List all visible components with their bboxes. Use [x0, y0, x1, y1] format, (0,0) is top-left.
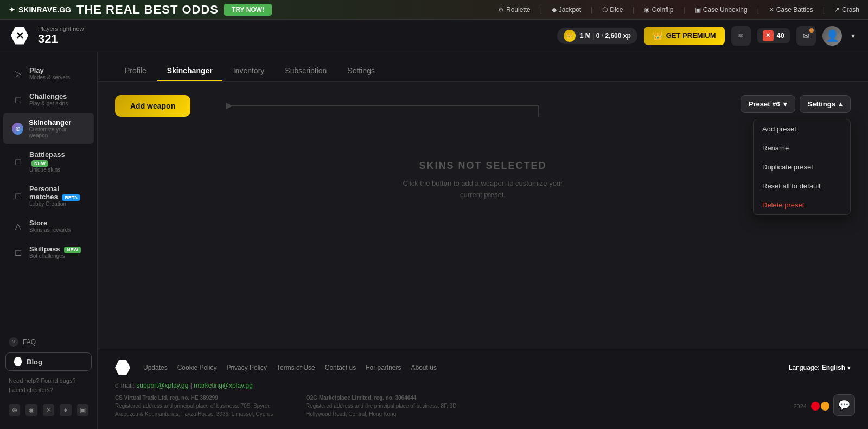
- preset-area: Preset #6 ▾ Settings ▴ Add preset Rename…: [741, 95, 851, 113]
- header-right: 👑 1 M | 0 / 2,600 xp 👑 GET PREMIUM 30 ✕ …: [557, 26, 857, 46]
- skinchanger-icon: ⊕: [12, 123, 23, 135]
- level-badge: 30: [738, 33, 743, 38]
- ad-nav: ⚙ Roulette | ◆ Jackpot | ⬡ Dice | ◉ Coin…: [498, 6, 859, 14]
- sidebar-item-skillpass[interactable]: ◻ Skillpass NEW Bot challenges: [3, 239, 94, 264]
- personal-matches-icon: ◻: [12, 190, 24, 202]
- sidebar-item-play[interactable]: ▷ Play Modes & servers: [3, 61, 94, 86]
- dropdown-reset-default[interactable]: Reset all to default: [754, 176, 850, 195]
- battlepass-icon: ◻: [12, 156, 24, 168]
- coins-value: 40: [777, 31, 784, 40]
- footer-reg1: CS Virtual Trade Ltd, reg. no. HE 389299…: [115, 394, 289, 418]
- tab-settings[interactable]: Settings: [337, 61, 385, 81]
- sidebar: ▷ Play Modes & servers ◻ Challenges Play…: [0, 52, 98, 429]
- discord-icon[interactable]: ⊕: [9, 404, 20, 416]
- header: ✕ Players right now 321 👑 1 M | 0 / 2,60…: [0, 20, 868, 52]
- x-coin-icon: ✕: [763, 30, 774, 41]
- arrow-svg: [197, 90, 577, 122]
- footer-email-support[interactable]: support@xplay.gg: [136, 382, 188, 389]
- footer-email-marketing[interactable]: marketing@xplay.gg: [194, 382, 253, 389]
- tab-skinchanger[interactable]: Skinchanger: [157, 61, 222, 81]
- faq-item[interactable]: ? FAQ: [0, 333, 97, 351]
- user-dropdown-button[interactable]: ▾: [848, 26, 857, 46]
- footer-links: Updates Cookie Policy Privacy Policy Ter…: [143, 364, 437, 371]
- sidebar-item-skinchanger[interactable]: ⊕ Skinchanger Customize your weapon: [3, 113, 94, 144]
- envelope-icon: ✉: [803, 31, 809, 40]
- tab-inventory[interactable]: Inventory: [224, 61, 275, 81]
- logo-icon: ✕: [11, 27, 28, 45]
- ad-try-button[interactable]: TRY NOW!: [224, 4, 272, 16]
- preset-button[interactable]: Preset #6 ▾: [741, 95, 795, 113]
- xp-bar: 👑 1 M | 0 / 2,600 xp: [557, 28, 637, 44]
- players-info: Players right now 321: [38, 26, 84, 46]
- blog-logo-icon: [14, 357, 22, 366]
- ad-tagline: THE REAL BEST ODDS: [76, 3, 219, 17]
- sidebar-item-store[interactable]: △ Store Skins as rewards: [3, 213, 94, 238]
- chevron-down-icon: ▾: [847, 364, 851, 371]
- notifications-button[interactable]: ✉ +1: [796, 26, 816, 46]
- sidebar-item-battlepass[interactable]: ◻ Battlepass NEW Unique skins: [3, 145, 94, 178]
- players-count: 321: [38, 32, 84, 46]
- footer-link-terms[interactable]: Terms of Use: [277, 364, 315, 371]
- settings-button[interactable]: Settings ▴: [800, 95, 851, 113]
- crash-icon: ↗: [834, 6, 840, 14]
- blog-button[interactable]: Blog: [5, 352, 92, 371]
- ad-nav-case-battles[interactable]: ✕ Case Battles: [769, 6, 813, 14]
- sidebar-item-challenges[interactable]: ◻ Challenges Play & get skins: [3, 87, 94, 112]
- avatar[interactable]: 👤: [822, 26, 842, 46]
- footer-link-contact[interactable]: Contact us: [325, 364, 356, 371]
- ad-left: ✦ SKINRAVE.GG THE REAL BEST ODDS TRY NOW…: [9, 3, 272, 17]
- ad-nav-roulette[interactable]: ⚙ Roulette: [498, 6, 531, 14]
- steam-icon[interactable]: ♦: [60, 404, 71, 416]
- footer-link-updates[interactable]: Updates: [143, 364, 168, 371]
- footer-link-partners[interactable]: For partners: [366, 364, 401, 371]
- empty-sub: Click the button to add a weapon to cust…: [401, 178, 564, 201]
- chat-button[interactable]: 💬: [833, 394, 855, 416]
- vk-icon[interactable]: ▣: [77, 404, 88, 416]
- ad-nav-case-unboxing[interactable]: ▣ Case Unboxing: [695, 6, 748, 14]
- coins-display: ✕ 40: [757, 28, 790, 43]
- notification-badge: +1: [809, 28, 814, 33]
- settings-dropdown: Add preset Rename Duplicate preset Reset…: [753, 119, 851, 215]
- dropdown-duplicate-preset[interactable]: Duplicate preset: [754, 157, 850, 176]
- footer-link-cookie[interactable]: Cookie Policy: [177, 364, 217, 371]
- ad-star-icon: ✦: [9, 5, 15, 14]
- xp-icon: 👑: [564, 30, 576, 42]
- level-badge-area: 30: [731, 26, 751, 46]
- instagram-icon[interactable]: ◉: [25, 404, 37, 416]
- help-text: Need help? Found bugs? Faced cheaters?: [0, 372, 97, 399]
- dropdown-add-preset[interactable]: Add preset: [754, 119, 850, 138]
- mastercard-icon: [811, 402, 820, 411]
- jackpot-icon: ◆: [552, 6, 557, 14]
- logo: ✕ Players right now 321: [11, 26, 98, 46]
- sidebar-item-personal-matches[interactable]: ◻ Personal matches BETA Lobby Creation: [3, 179, 94, 212]
- footer-link-privacy[interactable]: Privacy Policy: [226, 364, 267, 371]
- case-battles-icon: ✕: [769, 6, 774, 14]
- footer: Updates Cookie Policy Privacy Policy Ter…: [98, 349, 868, 429]
- layout: ▷ Play Modes & servers ◻ Challenges Play…: [0, 52, 868, 429]
- footer-bottom: e-mail: support@xplay.gg | marketing@xpl…: [115, 382, 851, 389]
- question-icon: ?: [9, 337, 18, 347]
- footer-reg-row: CS Virtual Trade Ltd, reg. no. HE 389299…: [115, 394, 851, 418]
- footer-email: e-mail: support@xplay.gg | marketing@xpl…: [115, 382, 253, 389]
- dropdown-rename[interactable]: Rename: [754, 138, 850, 157]
- challenges-icon: ◻: [12, 93, 24, 105]
- twitter-icon[interactable]: ✕: [43, 404, 54, 416]
- footer-language[interactable]: Language: English ▾: [789, 364, 851, 371]
- premium-button[interactable]: 👑 GET PREMIUM: [644, 27, 725, 45]
- ad-logo[interactable]: ✦ SKINRAVE.GG: [9, 5, 71, 14]
- coinflip-icon: ◉: [644, 6, 649, 14]
- ad-nav-coinflip[interactable]: ◉ Coinflip: [644, 6, 673, 14]
- tab-subscription[interactable]: Subscription: [275, 61, 336, 81]
- ad-nav-dice[interactable]: ⬡ Dice: [602, 6, 623, 14]
- footer-reg2: O2G Marketplace Limited, reg. no. 306404…: [306, 394, 480, 418]
- footer-link-about[interactable]: About us: [411, 364, 437, 371]
- ad-nav-jackpot[interactable]: ◆ Jackpot: [552, 6, 581, 14]
- chevron-down-icon: ▾: [851, 31, 855, 40]
- tab-profile[interactable]: Profile: [115, 61, 156, 81]
- footer-logo: [115, 360, 130, 375]
- chevron-down-icon: ▾: [783, 100, 787, 108]
- ad-nav-crash[interactable]: ↗ Crash: [834, 6, 859, 14]
- social-icons: ⊕ ◉ ✕ ♦ ▣: [0, 400, 97, 420]
- dropdown-delete-preset[interactable]: Delete preset: [754, 195, 850, 214]
- add-weapon-button[interactable]: Add weapon: [115, 95, 190, 117]
